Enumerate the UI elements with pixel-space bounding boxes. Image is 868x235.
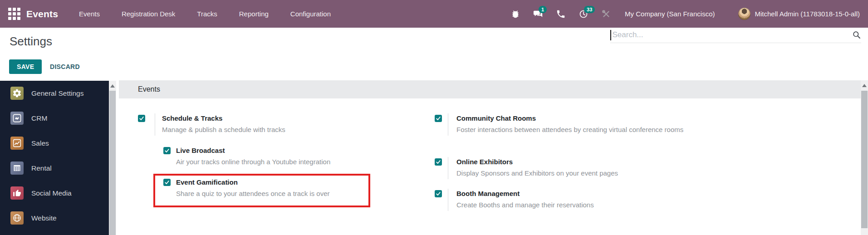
scroll-up-arrow[interactable] xyxy=(862,84,867,87)
search-box xyxy=(610,27,861,43)
setting-description: Foster interactions between attendees by… xyxy=(456,124,683,136)
setting-schedule-tracks: Schedule & Tracks Manage & publish a sch… xyxy=(138,113,285,136)
gear-icon xyxy=(10,87,24,100)
sidebar-item-label: Sales xyxy=(31,139,49,147)
scroll-up-arrow[interactable] xyxy=(110,84,115,88)
systray: 1 33 My Company (San Francisco) Mitchell… xyxy=(504,8,860,20)
checkbox-online-exhibitors[interactable] xyxy=(435,158,442,166)
handshake-icon xyxy=(10,112,24,125)
sidebar-item-general-settings[interactable]: General Settings xyxy=(0,81,109,106)
setting-online-exhibitors: Online Exhibitors Display Sponsors and E… xyxy=(435,157,618,179)
save-button[interactable]: SAVE xyxy=(9,59,42,74)
checkbox-community-chat-rooms[interactable] xyxy=(435,115,442,122)
menu-configuration[interactable]: Configuration xyxy=(280,0,342,28)
sidebar-item-sales[interactable]: Sales xyxy=(0,131,109,156)
sidebar-item-label: Rental xyxy=(31,164,52,172)
setting-booth-management: Booth Management Create Booths and manag… xyxy=(435,189,594,211)
setting-label[interactable]: Live Broadcast xyxy=(176,146,330,156)
setting-label[interactable]: Booth Management xyxy=(456,189,594,199)
setting-label[interactable]: Schedule & Tracks xyxy=(162,113,285,123)
odoo-settings-page: Events Events Registration Desk Tracks R… xyxy=(0,0,868,235)
setting-label[interactable]: Event Gamification xyxy=(176,177,330,187)
user-menu[interactable]: Mitchell Admin (11783018-15-0-all) xyxy=(755,10,860,18)
sidebar-item-social-media[interactable]: Social Media xyxy=(0,181,109,206)
app-menu: Events Registration Desk Tracks Reportin… xyxy=(68,0,342,28)
setting-label[interactable]: Online Exhibitors xyxy=(456,157,618,167)
sidebar-item-website[interactable]: Website xyxy=(0,206,109,230)
section-header-events: Events xyxy=(119,80,861,98)
divider xyxy=(155,113,155,136)
sidebar-item-label: Website xyxy=(31,214,57,222)
checkbox-schedule-tracks[interactable] xyxy=(138,115,145,122)
setting-description: Create Booths and manage their reservati… xyxy=(456,199,594,211)
setting-description: Air your tracks online through a Youtube… xyxy=(176,156,330,168)
chart-icon xyxy=(10,137,24,150)
scrollbar-thumb[interactable] xyxy=(109,91,116,235)
apps-menu-icon[interactable] xyxy=(8,8,20,20)
sidebar-item-label: CRM xyxy=(31,114,47,122)
menu-reporting[interactable]: Reporting xyxy=(228,0,280,28)
setting-description: Display Sponsors and Exhibitors on your … xyxy=(456,167,618,179)
setting-label[interactable]: Community Chat Rooms xyxy=(456,113,683,123)
divider xyxy=(448,157,448,179)
phone-icon[interactable] xyxy=(556,9,566,19)
scrollbar-thumb[interactable] xyxy=(861,91,868,228)
sidebar-item-rental[interactable]: Rental xyxy=(0,156,109,181)
activities-badge: 33 xyxy=(584,6,595,13)
setting-community-chat-rooms: Community Chat Rooms Foster interactions… xyxy=(435,113,683,136)
window-scrollbar xyxy=(861,80,868,235)
text-caret xyxy=(610,30,611,40)
company-switcher[interactable]: My Company (San Francisco) xyxy=(625,10,715,18)
sidebar-item-label: General Settings xyxy=(31,89,83,98)
checkbox-live-broadcast[interactable] xyxy=(163,147,171,154)
setting-description: Manage & publish a schedule with tracks xyxy=(162,124,285,136)
checkbox-booth-management[interactable] xyxy=(435,190,442,197)
setting-event-gamification: Event Gamification Share a quiz to your … xyxy=(163,177,330,200)
tools-icon[interactable] xyxy=(601,9,611,19)
top-nav-bar: Events Events Registration Desk Tracks R… xyxy=(0,0,868,28)
user-avatar[interactable] xyxy=(738,8,750,20)
discard-button[interactable]: DISCARD xyxy=(50,59,80,74)
settings-scrollbar xyxy=(109,81,116,235)
divider xyxy=(448,113,448,136)
page-title: Settings xyxy=(10,34,52,49)
setting-description: Share a quiz to your attendees once a tr… xyxy=(176,188,330,200)
setting-live-broadcast: Live Broadcast Air your tracks online th… xyxy=(163,146,330,168)
search-input[interactable] xyxy=(613,30,853,39)
menu-tracks[interactable]: Tracks xyxy=(186,0,228,28)
app-name[interactable]: Events xyxy=(26,9,58,20)
messages-icon[interactable]: 1 xyxy=(533,9,543,19)
thumbs-up-icon xyxy=(10,186,24,200)
activities-clock-icon[interactable]: 33 xyxy=(579,9,588,19)
table-icon xyxy=(10,162,24,175)
messages-badge: 1 xyxy=(539,6,547,13)
search-icon[interactable] xyxy=(852,30,861,39)
section-title: Events xyxy=(119,80,861,98)
sidebar-item-crm[interactable]: CRM xyxy=(0,106,109,131)
divider xyxy=(448,189,448,211)
menu-events[interactable]: Events xyxy=(68,0,111,28)
menu-registration-desk[interactable]: Registration Desk xyxy=(111,0,186,28)
bug-icon[interactable] xyxy=(510,9,520,19)
settings-sidebar: General Settings CRM Sales Rental Social… xyxy=(0,81,109,235)
sidebar-item-label: Social Media xyxy=(31,189,72,197)
globe-icon xyxy=(10,211,24,225)
checkbox-event-gamification[interactable] xyxy=(163,179,171,186)
